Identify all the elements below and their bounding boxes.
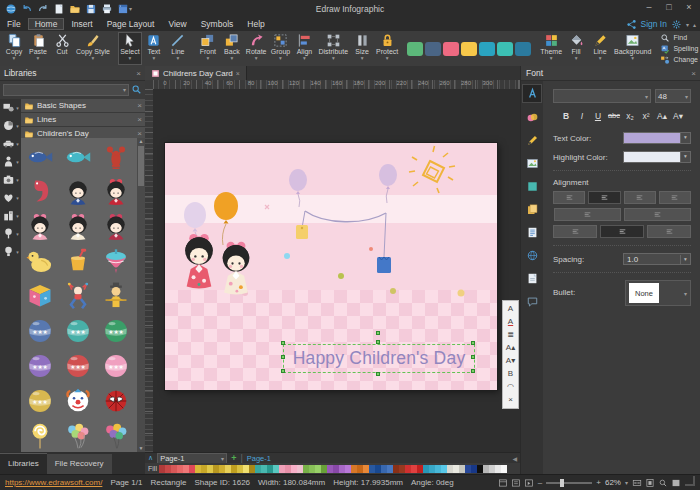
save-icon[interactable] bbox=[84, 2, 97, 15]
theme-button[interactable]: Theme▾ bbox=[538, 32, 564, 65]
library-section-close-icon[interactable]: × bbox=[137, 101, 142, 110]
library-category-camera-icon[interactable]: ▾ bbox=[2, 173, 19, 186]
document-tab-close-icon[interactable]: × bbox=[236, 70, 240, 77]
clown-face-symbol[interactable] bbox=[59, 383, 97, 418]
pane-tab-pencil[interactable] bbox=[523, 132, 541, 149]
mini-paragraph-button[interactable]: ≣ bbox=[504, 329, 517, 341]
caption-selection-box[interactable]: Happy Children's Day bbox=[283, 344, 475, 373]
kokeshi-doll-red-symbol[interactable] bbox=[97, 173, 135, 208]
search-dropdown-caret[interactable]: ▾ bbox=[123, 86, 126, 93]
spinning-top-symbol[interactable] bbox=[97, 243, 135, 278]
align-increase-indent-button[interactable] bbox=[624, 208, 691, 221]
mini-close-button[interactable]: × bbox=[504, 394, 517, 406]
page-select[interactable]: Page-1 ▾ bbox=[157, 453, 227, 464]
group-button[interactable]: Group▾ bbox=[268, 32, 292, 65]
balloon-bunch-dark-symbol[interactable] bbox=[97, 418, 135, 452]
open-folder-icon[interactable] bbox=[68, 2, 81, 15]
rotate-button[interactable]: Rotate▾ bbox=[244, 32, 269, 65]
library-category-pie-chart-icon[interactable]: ▾ bbox=[2, 119, 19, 132]
scroll-thumb[interactable] bbox=[138, 146, 144, 186]
selection-handle[interactable] bbox=[471, 341, 475, 345]
find-button[interactable]: Find bbox=[660, 33, 700, 43]
minimize-button[interactable]: – bbox=[640, 1, 658, 14]
library-category-building-icon[interactable]: ▾ bbox=[2, 209, 19, 222]
strikethrough-button[interactable]: abc bbox=[608, 110, 620, 122]
pane-tab-hyperlink-globe[interactable] bbox=[523, 247, 541, 264]
fit-width-icon[interactable] bbox=[632, 478, 642, 488]
libraries-close-icon[interactable]: × bbox=[136, 69, 141, 78]
increase-font-button[interactable]: A▴ bbox=[656, 110, 668, 122]
bold-button[interactable]: B bbox=[560, 110, 572, 122]
kokeshi-doll-cream-shape[interactable] bbox=[215, 239, 257, 295]
cut-button[interactable]: Cut bbox=[50, 32, 74, 65]
star-ball-pink-symbol[interactable]: ★★★ bbox=[97, 348, 135, 383]
library-search-input[interactable]: ▾ bbox=[3, 84, 129, 96]
scroll-up-icon[interactable]: ▲ bbox=[139, 138, 144, 145]
library-category-person-icon[interactable]: ▾ bbox=[2, 155, 19, 168]
koi-fish-blue-symbol[interactable] bbox=[21, 138, 59, 173]
gear-icon[interactable] bbox=[671, 19, 682, 30]
maximize-button[interactable]: □ bbox=[660, 1, 678, 14]
theme-color-swatch-4[interactable] bbox=[461, 42, 477, 56]
pagebar-collapse-icon[interactable]: ∧ bbox=[148, 454, 153, 462]
subscript-button[interactable]: x₂ bbox=[624, 110, 636, 122]
bottom-tab-libraries[interactable]: Libraries bbox=[0, 453, 47, 474]
spelling-button[interactable]: Spelling bbox=[660, 44, 700, 54]
theme-color-swatch-1[interactable] bbox=[407, 42, 423, 56]
fill-button[interactable]: Fill▾ bbox=[564, 32, 588, 65]
scarecrow-doll-symbol[interactable] bbox=[97, 278, 135, 313]
pane-tab-color-swatch[interactable] bbox=[523, 178, 541, 195]
decrease-font-button[interactable]: A▾ bbox=[672, 110, 684, 122]
new-document-icon[interactable] bbox=[52, 2, 65, 15]
pane-tab-style-colors[interactable] bbox=[523, 109, 541, 126]
mini-text-color-button[interactable]: A bbox=[504, 316, 517, 328]
menu-home[interactable]: Home bbox=[28, 18, 65, 30]
edrawsoft-link[interactable]: https://www.edrawsoft.com/ bbox=[5, 478, 102, 487]
pane-tab-image[interactable] bbox=[523, 155, 541, 172]
selection-handle[interactable] bbox=[376, 372, 380, 376]
paste-button[interactable]: Paste▾ bbox=[26, 32, 50, 65]
bullet-select[interactable]: None ▾ bbox=[625, 280, 691, 306]
spiderman-mask-symbol[interactable] bbox=[97, 383, 135, 418]
align-decrease-indent-button[interactable] bbox=[554, 208, 621, 221]
mini-font-button[interactable]: A bbox=[504, 303, 517, 315]
kokeshi-doll-cream-symbol[interactable] bbox=[59, 208, 97, 243]
selection-handle[interactable] bbox=[471, 355, 475, 359]
close-button[interactable]: × bbox=[680, 1, 698, 14]
italic-button[interactable]: I bbox=[576, 110, 588, 122]
magnify-icon[interactable] bbox=[658, 478, 668, 488]
star-ball-red-symbol[interactable]: ★★★ bbox=[59, 348, 97, 383]
page-scroll-left-icon[interactable]: ◀ bbox=[512, 455, 517, 462]
star-ball-purple-symbol[interactable]: ★★★ bbox=[21, 348, 59, 383]
align-right-button[interactable] bbox=[624, 191, 656, 204]
scroll-down-icon[interactable]: ▼ bbox=[139, 445, 144, 452]
export-window-icon[interactable] bbox=[116, 2, 129, 15]
jester-toy-symbol[interactable] bbox=[59, 278, 97, 313]
fullscreen-icon[interactable] bbox=[671, 478, 681, 488]
align-left-button[interactable] bbox=[553, 191, 585, 204]
align-justify-button[interactable] bbox=[659, 191, 691, 204]
theme-color-swatch-5[interactable] bbox=[479, 42, 495, 56]
align-bottom-button[interactable] bbox=[647, 225, 691, 238]
align-top-button[interactable] bbox=[553, 225, 597, 238]
text-button[interactable]: Text▾ bbox=[142, 32, 166, 65]
front-button[interactable]: Front▾ bbox=[196, 32, 220, 65]
theme-color-swatch-2[interactable] bbox=[425, 42, 441, 56]
zoom-out-button[interactable]: – bbox=[538, 478, 542, 487]
line-button[interactable]: Line▾ bbox=[166, 32, 190, 65]
zoom-caret[interactable]: ▾ bbox=[625, 479, 628, 486]
selection-handle[interactable] bbox=[376, 340, 380, 344]
text-color-picker[interactable]: ▾ bbox=[623, 132, 691, 144]
theme-color-swatch-6[interactable] bbox=[497, 42, 513, 56]
library-category-heart-icon[interactable]: ▾ bbox=[2, 191, 19, 204]
background-button[interactable]: Background▾ bbox=[612, 32, 653, 65]
canvas-viewport[interactable]: Happy Children's Day bbox=[153, 89, 520, 452]
menu-help[interactable]: Help bbox=[240, 18, 271, 30]
gear-caret-icon[interactable]: ▾ bbox=[686, 21, 689, 28]
view-slide-icon[interactable] bbox=[524, 478, 534, 488]
app-logo-icon[interactable] bbox=[4, 2, 17, 15]
symbol-grid-scrollbar[interactable]: ▲ ▼ bbox=[137, 138, 145, 452]
font-size-select[interactable]: 48 ▾ bbox=[655, 89, 691, 103]
lollipop-symbol[interactable] bbox=[21, 418, 59, 452]
pane-tab-pages[interactable] bbox=[523, 201, 541, 218]
